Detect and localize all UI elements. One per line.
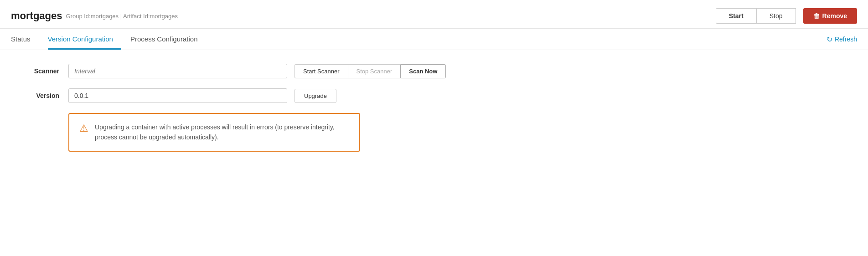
- refresh-label: Refresh: [835, 36, 857, 43]
- warning-box: ⚠ Upgrading a container with active proc…: [68, 113, 360, 152]
- tab-version-configuration[interactable]: Version Configuration: [48, 29, 121, 50]
- upgrade-button[interactable]: Upgrade: [294, 89, 336, 103]
- refresh-button[interactable]: ↻ Refresh: [827, 35, 857, 44]
- scanner-actions: Start Scanner Stop Scanner Scan Now: [294, 64, 446, 78]
- remove-label: Remove: [822, 12, 847, 20]
- scan-now-button[interactable]: Scan Now: [400, 64, 446, 78]
- remove-button[interactable]: 🗑 Remove: [803, 8, 857, 24]
- start-button[interactable]: Start: [716, 8, 756, 24]
- refresh-icon: ↻: [827, 35, 832, 44]
- stop-button[interactable]: Stop: [756, 8, 796, 24]
- start-scanner-button[interactable]: Start Scanner: [294, 64, 348, 78]
- trash-icon: 🗑: [813, 12, 820, 20]
- tab-process-configuration[interactable]: Process Configuration: [130, 29, 206, 50]
- app-title: mortgages: [11, 10, 62, 22]
- content-area: Scanner Start Scanner Stop Scanner Scan …: [0, 50, 868, 165]
- header-actions: Start Stop 🗑 Remove: [716, 8, 857, 24]
- version-row: Version Upgrade: [18, 88, 850, 103]
- app-meta: Group Id:mortgages | Artifact Id:mortgag…: [66, 13, 177, 20]
- scanner-row: Scanner Start Scanner Stop Scanner Scan …: [18, 64, 850, 78]
- version-input[interactable]: [68, 88, 287, 103]
- tab-status[interactable]: Status: [11, 29, 39, 50]
- stop-scanner-button[interactable]: Stop Scanner: [348, 64, 401, 78]
- scanner-label: Scanner: [18, 67, 59, 75]
- version-label: Version: [18, 92, 59, 99]
- tabs-bar: Status Version Configuration Process Con…: [0, 29, 868, 50]
- header: mortgages Group Id:mortgages | Artifact …: [0, 0, 868, 29]
- warning-message: Upgrading a container with active proces…: [95, 122, 349, 143]
- version-actions: Upgrade: [294, 89, 336, 103]
- scanner-input[interactable]: [68, 64, 287, 78]
- warning-icon: ⚠: [79, 123, 88, 134]
